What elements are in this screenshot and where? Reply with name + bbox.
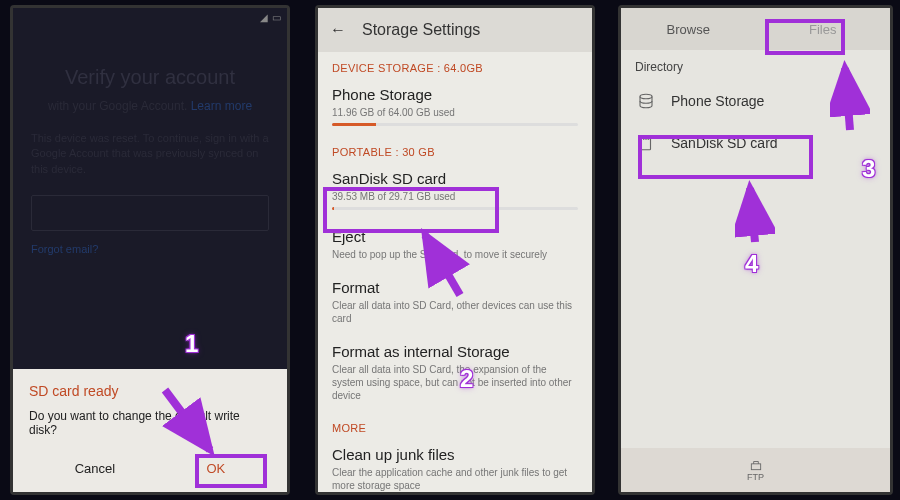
phone-storage-bar — [332, 123, 578, 126]
svg-rect-1 — [751, 464, 760, 470]
device-storage-section: DEVICE STORAGE : 64.0GB — [318, 52, 592, 78]
phone-1-verify-account: ◢ ▭ Verify your account with your Google… — [10, 5, 290, 495]
step-3: 3 — [862, 155, 875, 183]
svg-point-0 — [640, 94, 652, 99]
wifi-icon: ◢ — [260, 12, 268, 23]
sd-ready-dialog: SD card ready Do you want to change the … — [13, 369, 287, 492]
sdcard-label: SanDisk SD card — [671, 135, 778, 151]
phone-storage-item[interactable]: Phone Storage 11.96 GB of 64.00 GB used — [318, 78, 592, 136]
portable-section: PORTABLE : 30 GB — [318, 136, 592, 162]
forgot-email-link[interactable]: Forgot email? — [31, 243, 269, 255]
eject-item[interactable]: Eject Need to pop up the SD Card, to mov… — [318, 220, 592, 271]
phone-storage-row[interactable]: Phone Storage — [621, 80, 890, 122]
dialog-buttons: Cancel OK — [29, 455, 271, 482]
verify-title: Verify your account — [31, 66, 269, 89]
tabs: Browse Files — [621, 8, 890, 50]
dialog-title: SD card ready — [29, 383, 271, 399]
tab-browse[interactable]: Browse — [621, 8, 756, 50]
email-field[interactable] — [31, 195, 269, 231]
sdcard-row[interactable]: SanDisk SD card — [621, 122, 890, 164]
status-bar: ◢ ▭ — [13, 8, 287, 26]
step-2: 2 — [460, 365, 473, 393]
learn-more-link[interactable]: Learn more — [191, 99, 252, 113]
cleanup-item[interactable]: Clean up junk files Clear the applicatio… — [318, 438, 592, 492]
settings-header: ← Storage Settings — [318, 8, 592, 52]
battery-icon: ▭ — [272, 12, 281, 23]
sdcard-item[interactable]: SanDisk SD card 39.53 MB of 29.71 GB use… — [318, 162, 592, 220]
sdcard-icon — [635, 132, 657, 154]
step-4: 4 — [745, 250, 758, 278]
verify-body: Verify your account with your Google Acc… — [13, 26, 287, 255]
directory-label: Directory — [621, 50, 890, 80]
dialog-text: Do you want to change the default write … — [29, 409, 271, 437]
tab-files[interactable]: Files — [756, 8, 891, 50]
back-icon[interactable]: ← — [330, 21, 346, 39]
format-internal-item[interactable]: Format as internal Storage Clear all dat… — [318, 335, 592, 412]
format-item[interactable]: Format Clear all data into SD Card, othe… — [318, 271, 592, 335]
sdcard-bar — [332, 207, 578, 210]
step-1: 1 — [185, 330, 198, 358]
ftp-button[interactable]: FTP — [621, 448, 890, 492]
ok-button[interactable]: OK — [187, 455, 246, 482]
header-title: Storage Settings — [362, 21, 480, 39]
cancel-button[interactable]: Cancel — [55, 455, 135, 482]
phone-2-storage-settings: ← Storage Settings DEVICE STORAGE : 64.0… — [315, 5, 595, 495]
more-section: MORE — [318, 412, 592, 438]
storage-icon — [635, 90, 657, 112]
phone-storage-label: Phone Storage — [671, 93, 764, 109]
screen-2: ← Storage Settings DEVICE STORAGE : 64.0… — [318, 8, 592, 492]
screen-1: ◢ ▭ Verify your account with your Google… — [13, 8, 287, 492]
verify-note: This device was reset. To continue, sign… — [31, 131, 269, 177]
verify-subtitle: with your Google Account. Learn more — [31, 99, 269, 113]
